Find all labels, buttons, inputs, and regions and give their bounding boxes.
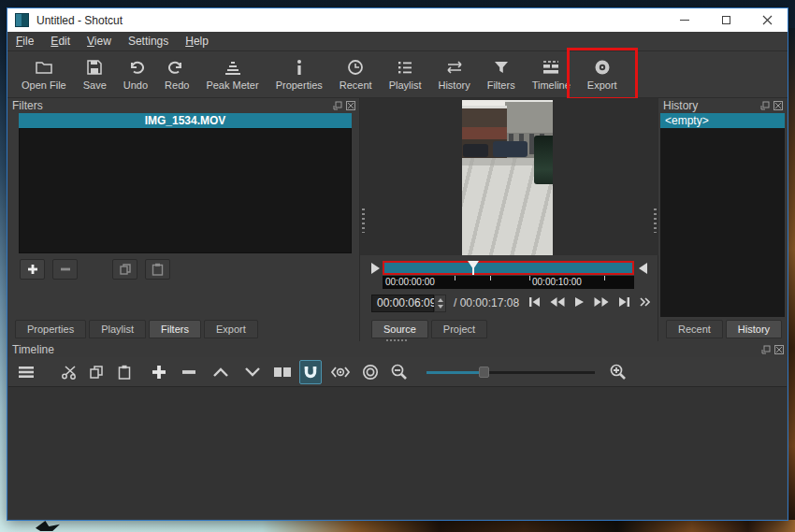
copy-button[interactable]: [85, 360, 108, 384]
minus-icon: [60, 264, 71, 275]
timeline-zoom-slider[interactable]: [426, 366, 595, 379]
undo-icon: [127, 58, 144, 77]
tab-history[interactable]: History: [726, 320, 782, 338]
overwrite-button[interactable]: [241, 360, 264, 384]
scrub-eye-icon: [330, 366, 351, 379]
tab-source[interactable]: Source: [371, 320, 428, 338]
copy-icon: [89, 365, 104, 380]
minus-icon: [181, 365, 196, 380]
menu-help[interactable]: Help: [177, 33, 217, 50]
menu-view[interactable]: View: [79, 33, 120, 50]
skip-to-start-button[interactable]: [528, 296, 541, 308]
float-panel-icon[interactable]: [760, 101, 770, 110]
remove-filter-button[interactable]: [52, 259, 78, 280]
fast-forward-button[interactable]: [594, 296, 609, 308]
window-title: Untitled - Shotcut: [36, 14, 123, 27]
tab-recent[interactable]: Recent: [666, 320, 723, 338]
chevron-up-icon: [213, 367, 228, 377]
main-toolbar: Open File Save Undo Redo Peak Meter Prop…: [7, 51, 788, 98]
snap-toggle-button[interactable]: [299, 360, 322, 384]
shotcut-window: Untitled - Shotcut File Edit View Settin…: [7, 7, 788, 521]
skip-end-icon: [618, 296, 630, 308]
tab-properties[interactable]: Properties: [15, 320, 86, 338]
maximize-button[interactable]: [705, 8, 746, 32]
splitter-handle-left[interactable]: [362, 208, 365, 233]
playlist-button[interactable]: Playlist: [381, 57, 430, 92]
append-button[interactable]: [148, 360, 170, 384]
chevron-down-icon: [245, 367, 260, 377]
paste-filters-button[interactable]: [145, 259, 170, 280]
zoom-out-button[interactable]: [387, 360, 410, 384]
minimize-button[interactable]: [664, 8, 705, 32]
properties-button[interactable]: Properties: [267, 57, 331, 92]
current-time-field[interactable]: 00:00:06:09: [371, 295, 434, 312]
recent-button[interactable]: Recent: [331, 57, 381, 92]
filters-button[interactable]: Filters: [479, 57, 524, 92]
maximize-icon: [722, 16, 730, 24]
tab-playlist[interactable]: Playlist: [89, 320, 146, 338]
ripple-delete-button[interactable]: [178, 360, 200, 384]
zoom-out-icon: [390, 364, 407, 381]
play-button[interactable]: [574, 296, 585, 308]
slider-handle[interactable]: [479, 367, 489, 378]
video-viewport: [360, 98, 658, 255]
concentric-circles-icon: [362, 364, 379, 381]
float-panel-icon[interactable]: [333, 101, 342, 110]
trim-out-handle[interactable]: [633, 263, 647, 274]
ripple-all-tracks-button[interactable]: [359, 360, 382, 384]
paste-icon: [118, 365, 131, 380]
fast-forward-icon: [594, 296, 609, 308]
video-car-1: [463, 144, 488, 157]
undo-button[interactable]: Undo: [115, 57, 156, 92]
skip-to-end-button[interactable]: [618, 296, 630, 308]
save-icon: [86, 58, 103, 77]
menu-edit[interactable]: Edit: [42, 33, 79, 50]
peak-meter-button[interactable]: Peak Meter: [197, 57, 267, 92]
timeline-button[interactable]: Timeline: [524, 57, 579, 92]
tab-filters[interactable]: Filters: [149, 320, 201, 338]
history-empty-item[interactable]: <empty>: [660, 113, 785, 128]
close-panel-icon[interactable]: [773, 101, 783, 110]
filters-panel-header: Filters: [7, 98, 359, 112]
open-file-button[interactable]: Open File: [13, 57, 75, 92]
save-button[interactable]: Save: [75, 57, 115, 92]
trim-bar[interactable]: [383, 261, 634, 275]
close-panel-icon[interactable]: [774, 345, 784, 354]
selected-clip-name: IMG_1534.MOV: [19, 113, 352, 128]
hamburger-icon: [18, 366, 35, 379]
timeline-panel-header: Timeline: [7, 341, 788, 357]
paste-button[interactable]: [113, 360, 136, 384]
lift-button[interactable]: [210, 360, 232, 384]
tab-export[interactable]: Export: [204, 320, 258, 338]
add-filter-button[interactable]: [20, 259, 45, 280]
timeline-tracks-area[interactable]: [8, 386, 787, 519]
rewind-button[interactable]: [550, 296, 565, 308]
copy-filters-button[interactable]: [112, 259, 137, 280]
float-panel-icon[interactable]: [761, 345, 771, 354]
shotcut-app-icon: [15, 13, 29, 27]
cut-button[interactable]: [58, 360, 80, 384]
history-panel-title: History: [663, 99, 698, 112]
zoom-in-button[interactable]: [606, 360, 629, 384]
close-panel-icon[interactable]: [346, 101, 355, 110]
more-controls-button[interactable]: [640, 297, 650, 307]
history-button[interactable]: History: [429, 57, 478, 92]
main-area: Filters IMG_1534.MOV: [7, 98, 788, 341]
split-button[interactable]: [271, 360, 294, 384]
spinner-up-icon: [438, 295, 443, 302]
time-spinner[interactable]: [434, 295, 446, 312]
time-ruler[interactable]: 00:00:00:00 00:00:10:00: [383, 276, 634, 289]
tab-project[interactable]: Project: [431, 320, 487, 338]
filter-list: [19, 128, 352, 253]
close-button[interactable]: [746, 8, 788, 32]
export-button[interactable]: Export: [579, 57, 626, 92]
splitter-handle-right[interactable]: [654, 208, 657, 233]
menu-file[interactable]: File: [7, 33, 42, 50]
skip-start-icon: [528, 296, 541, 308]
timeline-menu-button[interactable]: [15, 360, 37, 384]
menu-settings[interactable]: Settings: [120, 33, 177, 50]
scrub-while-dragging-button[interactable]: [329, 360, 352, 384]
redo-button[interactable]: Redo: [156, 57, 197, 92]
filter-actions: [20, 259, 170, 280]
playlist-icon: [397, 58, 413, 77]
